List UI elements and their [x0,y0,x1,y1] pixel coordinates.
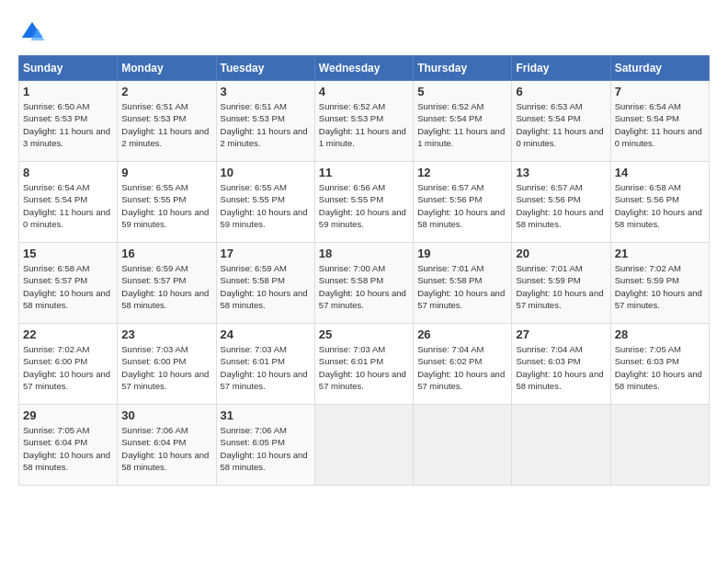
day-header-friday: Friday [512,56,610,81]
day-number: 22 [23,327,113,341]
calendar-cell: 29 Sunrise: 7:05 AM Sunset: 6:04 PM Dayl… [19,405,118,486]
calendar-cell [610,405,709,486]
day-header-monday: Monday [118,56,216,81]
day-info: Sunrise: 6:53 AM Sunset: 5:54 PM Dayligh… [516,100,606,149]
day-number: 23 [121,327,211,341]
day-number: 31 [221,408,311,422]
calendar-cell: 4 Sunrise: 6:52 AM Sunset: 5:53 PM Dayli… [314,81,413,162]
day-header-thursday: Thursday [414,56,512,81]
day-info: Sunrise: 7:03 AM Sunset: 6:01 PM Dayligh… [221,343,311,392]
logo [18,18,50,46]
calendar-week-4: 22 Sunrise: 7:02 AM Sunset: 6:00 PM Dayl… [19,324,710,405]
day-number: 4 [319,85,409,98]
day-number: 5 [417,85,507,98]
day-info: Sunrise: 6:50 AM Sunset: 5:53 PM Dayligh… [23,100,113,149]
calendar-cell: 12 Sunrise: 6:57 AM Sunset: 5:56 PM Dayl… [414,162,512,243]
calendar-cell: 10 Sunrise: 6:55 AM Sunset: 5:55 PM Dayl… [216,162,314,243]
day-number: 11 [319,166,409,179]
day-number: 2 [121,85,211,98]
calendar-cell: 19 Sunrise: 7:01 AM Sunset: 5:58 PM Dayl… [414,243,512,324]
day-number: 28 [615,327,705,341]
calendar-cell: 17 Sunrise: 6:59 AM Sunset: 5:58 PM Dayl… [216,243,314,324]
day-header-saturday: Saturday [610,56,709,81]
day-info: Sunrise: 7:05 AM Sunset: 6:04 PM Dayligh… [23,424,113,473]
day-number: 10 [221,166,311,179]
day-info: Sunrise: 6:55 AM Sunset: 5:55 PM Dayligh… [221,181,311,230]
day-number: 15 [23,247,113,260]
calendar-cell: 30 Sunrise: 7:06 AM Sunset: 6:04 PM Dayl… [118,405,216,486]
day-info: Sunrise: 6:57 AM Sunset: 5:56 PM Dayligh… [516,181,606,230]
calendar-cell: 24 Sunrise: 7:03 AM Sunset: 6:01 PM Dayl… [216,324,314,405]
day-info: Sunrise: 7:02 AM Sunset: 6:00 PM Dayligh… [23,343,113,392]
day-info: Sunrise: 6:51 AM Sunset: 5:53 PM Dayligh… [121,100,211,149]
calendar-cell: 26 Sunrise: 7:04 AM Sunset: 6:02 PM Dayl… [414,324,512,405]
calendar-cell: 13 Sunrise: 6:57 AM Sunset: 5:56 PM Dayl… [512,162,610,243]
calendar-cell: 16 Sunrise: 6:59 AM Sunset: 5:57 PM Dayl… [118,243,216,324]
calendar-week-3: 15 Sunrise: 6:58 AM Sunset: 5:57 PM Dayl… [19,243,710,324]
calendar-cell: 23 Sunrise: 7:03 AM Sunset: 6:00 PM Dayl… [118,324,216,405]
day-info: Sunrise: 7:03 AM Sunset: 6:01 PM Dayligh… [319,343,409,392]
calendar-cell: 9 Sunrise: 6:55 AM Sunset: 5:55 PM Dayli… [118,162,216,243]
calendar-week-1: 1 Sunrise: 6:50 AM Sunset: 5:53 PM Dayli… [19,81,710,162]
calendar-cell [512,405,610,486]
day-info: Sunrise: 7:06 AM Sunset: 6:05 PM Dayligh… [221,424,311,473]
day-info: Sunrise: 7:05 AM Sunset: 6:03 PM Dayligh… [615,343,705,392]
calendar-cell: 27 Sunrise: 7:04 AM Sunset: 6:03 PM Dayl… [512,324,610,405]
day-number: 27 [516,327,606,341]
calendar-cell: 3 Sunrise: 6:51 AM Sunset: 5:53 PM Dayli… [216,81,314,162]
day-info: Sunrise: 6:54 AM Sunset: 5:54 PM Dayligh… [615,100,705,149]
day-number: 6 [516,85,606,98]
day-info: Sunrise: 6:58 AM Sunset: 5:57 PM Dayligh… [23,262,113,311]
calendar-table: SundayMondayTuesdayWednesdayThursdayFrid… [18,55,710,486]
day-number: 8 [23,166,113,179]
day-number: 9 [121,166,211,179]
day-info: Sunrise: 6:54 AM Sunset: 5:54 PM Dayligh… [23,181,113,230]
calendar-week-2: 8 Sunrise: 6:54 AM Sunset: 5:54 PM Dayli… [19,162,710,243]
day-number: 12 [417,166,507,179]
calendar-cell: 5 Sunrise: 6:52 AM Sunset: 5:54 PM Dayli… [414,81,512,162]
day-info: Sunrise: 7:04 AM Sunset: 6:03 PM Dayligh… [516,343,606,392]
page-header [18,18,710,46]
day-number: 24 [221,327,311,341]
calendar-cell: 8 Sunrise: 6:54 AM Sunset: 5:54 PM Dayli… [19,162,118,243]
day-info: Sunrise: 6:51 AM Sunset: 5:53 PM Dayligh… [221,100,311,149]
day-number: 14 [615,166,705,179]
calendar-cell: 7 Sunrise: 6:54 AM Sunset: 5:54 PM Dayli… [610,81,709,162]
calendar-cell: 21 Sunrise: 7:02 AM Sunset: 5:59 PM Dayl… [610,243,709,324]
day-number: 13 [516,166,606,179]
calendar-cell: 14 Sunrise: 6:58 AM Sunset: 5:56 PM Dayl… [610,162,709,243]
day-number: 30 [121,408,211,422]
calendar-cell: 28 Sunrise: 7:05 AM Sunset: 6:03 PM Dayl… [610,324,709,405]
day-number: 26 [417,327,507,341]
day-info: Sunrise: 6:52 AM Sunset: 5:53 PM Dayligh… [319,100,409,149]
days-header-row: SundayMondayTuesdayWednesdayThursdayFrid… [19,56,710,81]
day-info: Sunrise: 6:52 AM Sunset: 5:54 PM Dayligh… [417,100,507,149]
calendar-cell: 25 Sunrise: 7:03 AM Sunset: 6:01 PM Dayl… [314,324,413,405]
day-info: Sunrise: 7:00 AM Sunset: 5:58 PM Dayligh… [319,262,409,311]
day-info: Sunrise: 7:03 AM Sunset: 6:00 PM Dayligh… [121,343,211,392]
calendar-week-5: 29 Sunrise: 7:05 AM Sunset: 6:04 PM Dayl… [19,405,710,486]
calendar-cell: 11 Sunrise: 6:56 AM Sunset: 5:55 PM Dayl… [314,162,413,243]
calendar-cell: 1 Sunrise: 6:50 AM Sunset: 5:53 PM Dayli… [19,81,118,162]
day-header-wednesday: Wednesday [314,56,413,81]
day-number: 19 [417,247,507,260]
day-info: Sunrise: 7:01 AM Sunset: 5:59 PM Dayligh… [516,262,606,311]
day-number: 3 [221,85,311,98]
calendar-cell: 22 Sunrise: 7:02 AM Sunset: 6:00 PM Dayl… [19,324,118,405]
day-header-sunday: Sunday [19,56,118,81]
day-info: Sunrise: 6:56 AM Sunset: 5:55 PM Dayligh… [319,181,409,230]
calendar-cell: 31 Sunrise: 7:06 AM Sunset: 6:05 PM Dayl… [216,405,314,486]
day-info: Sunrise: 6:58 AM Sunset: 5:56 PM Dayligh… [615,181,705,230]
day-info: Sunrise: 6:59 AM Sunset: 5:57 PM Dayligh… [121,262,211,311]
day-info: Sunrise: 7:04 AM Sunset: 6:02 PM Dayligh… [417,343,507,392]
day-number: 16 [121,247,211,260]
day-number: 29 [23,408,113,422]
calendar-cell: 6 Sunrise: 6:53 AM Sunset: 5:54 PM Dayli… [512,81,610,162]
calendar-cell [414,405,512,486]
calendar-cell: 20 Sunrise: 7:01 AM Sunset: 5:59 PM Dayl… [512,243,610,324]
day-number: 7 [615,85,705,98]
day-info: Sunrise: 6:57 AM Sunset: 5:56 PM Dayligh… [417,181,507,230]
day-info: Sunrise: 7:02 AM Sunset: 5:59 PM Dayligh… [615,262,705,311]
day-number: 18 [319,247,409,260]
day-number: 1 [23,85,113,98]
